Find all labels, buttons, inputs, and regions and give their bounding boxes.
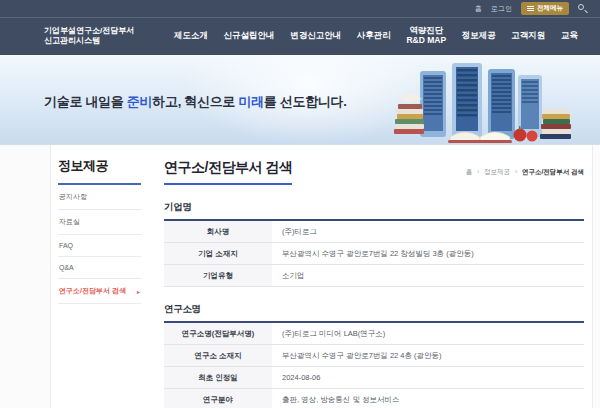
sidebar-item-library[interactable]: 자료실 ▸ xyxy=(58,210,141,235)
breadcrumb-current: 연구소/전담부서 검색 xyxy=(522,168,584,175)
nav-item-post-mgmt[interactable]: 사후관리 xyxy=(357,31,391,41)
content-area: 정보제공 공지사항 ▸ 자료실 ▸ FAQ ▸ Q&A ▸ 연구소/전담부서 검… xyxy=(50,145,593,408)
sidebar-item-faq[interactable]: FAQ ▸ xyxy=(58,235,141,257)
row-label: 기업 소재지 xyxy=(164,243,272,265)
all-menu-label: 전체메뉴 xyxy=(537,4,563,13)
sidebar-item-notice[interactable]: 공지사항 ▸ xyxy=(58,185,141,210)
row-value: 2024-08-06 xyxy=(272,367,584,389)
row-value: 출판, 영상, 방송통신 및 정보서비스 xyxy=(272,389,584,408)
breadcrumb-mid[interactable]: 정보제공 xyxy=(484,168,510,175)
row-value: (주)티로그 xyxy=(272,220,584,243)
row-value: 소기업 xyxy=(272,265,584,287)
login-link[interactable]: 로그인 xyxy=(491,4,512,14)
logo-line1: 기업부설연구소/전담부서 xyxy=(44,26,162,36)
main-panel: 연구소/전담부서 검색 홈 › 정보제공 › 연구소/전담부서 검색 기업명 회… xyxy=(149,145,592,408)
hero-banner: 기술로 내일을 준비하고, 혁신으로 미래를 선도합니다. xyxy=(0,55,600,145)
sidebar-title: 정보제공 xyxy=(58,157,141,185)
hamburger-icon xyxy=(527,5,534,12)
search-icon[interactable] xyxy=(578,4,588,14)
table-row: 회사명 (주)티로그 xyxy=(164,220,584,243)
table-row: 연구소명(전담부서명) (주)티로그 미디어 LAB(연구소) xyxy=(164,322,584,345)
table-row: 기업유형 소기업 xyxy=(164,265,584,287)
lab-info-table: 연구소명(전담부서명) (주)티로그 미디어 LAB(연구소) 연구소 소재지 … xyxy=(164,321,584,408)
row-label: 회사명 xyxy=(164,220,272,243)
utility-bar: 홈 로그인 전체메뉴 xyxy=(0,0,600,18)
row-value: (주)티로그 미디어 LAB(연구소) xyxy=(272,322,584,345)
nav-item-rnd-map[interactable]: 역량진단 R&D MAP xyxy=(406,26,446,46)
breadcrumb: 홈 › 정보제공 › 연구소/전담부서 검색 xyxy=(466,168,584,185)
main-nav-bar: 기업부설연구소/전담부서 신고관리시스템 제도소개 신규설립안내 변경신고안내 … xyxy=(0,18,600,54)
table-row: 연구소 소재지 부산광역시 수영구 광안로7번길 22 4층 (광안동) xyxy=(164,345,584,367)
nav-item-support[interactable]: 고객지원 xyxy=(511,31,545,41)
row-value: 부산광역시 수영구 광안로7번길 22 창성빌딩 3층 (광안동) xyxy=(272,243,584,265)
sidebar-item-lab-search[interactable]: 연구소/전담부서 검색 ▸ xyxy=(58,279,141,304)
company-info-table: 회사명 (주)티로그 기업 소재지 부산광역시 수영구 광안로7번길 22 창성… xyxy=(164,219,584,287)
site-header: 홈 로그인 전체메뉴 기업부설연구소/전담부서 신고관리시스템 제도소개 신규설… xyxy=(0,0,600,55)
row-label: 최초 인정일 xyxy=(164,367,272,389)
section-title-lab: 연구소명 xyxy=(164,303,584,316)
hero-slogan: 기술로 내일을 준비하고, 혁신으로 미래를 선도합니다. xyxy=(44,93,347,111)
nav-item-education[interactable]: 교육 xyxy=(561,31,578,41)
page-title: 연구소/전담부서 검색 xyxy=(164,159,292,185)
main-nav: 제도소개 신규설립안내 변경신고안내 사후관리 역량진단 R&D MAP 정보제… xyxy=(174,26,578,46)
site-logo[interactable]: 기업부설연구소/전담부서 신고관리시스템 xyxy=(44,26,162,46)
row-label: 연구소 소재지 xyxy=(164,345,272,367)
arrow-icon: ▸ xyxy=(137,288,140,295)
nav-item-intro[interactable]: 제도소개 xyxy=(174,31,208,41)
breadcrumb-home[interactable]: 홈 xyxy=(466,168,473,175)
row-label: 기업유형 xyxy=(164,265,272,287)
table-row: 최초 인정일 2024-08-06 xyxy=(164,367,584,389)
row-label: 연구소명(전담부서명) xyxy=(164,322,272,345)
row-label: 연구분야 xyxy=(164,389,272,408)
all-menu-button[interactable]: 전체메뉴 xyxy=(521,2,569,15)
nav-item-new-setup[interactable]: 신규설립안내 xyxy=(224,31,275,41)
nav-item-info[interactable]: 정보제공 xyxy=(462,31,496,41)
row-value: 부산광역시 수영구 광안로7번길 22 4층 (광안동) xyxy=(272,345,584,367)
sidebar-item-qna[interactable]: Q&A ▸ xyxy=(58,257,141,279)
table-row: 연구분야 출판, 영상, 방송통신 및 정보서비스 xyxy=(164,389,584,408)
logo-line2: 신고관리시스템 xyxy=(44,36,162,46)
nav-item-change-report[interactable]: 변경신고안내 xyxy=(290,31,341,41)
table-row: 기업 소재지 부산광역시 수영구 광안로7번길 22 창성빌딩 3층 (광안동) xyxy=(164,243,584,265)
hero-illustration xyxy=(392,57,572,145)
section-title-company: 기업명 xyxy=(164,201,584,214)
sidebar: 정보제공 공지사항 ▸ 자료실 ▸ FAQ ▸ Q&A ▸ 연구소/전담부서 검… xyxy=(51,145,149,408)
home-link[interactable]: 홈 xyxy=(475,4,482,14)
